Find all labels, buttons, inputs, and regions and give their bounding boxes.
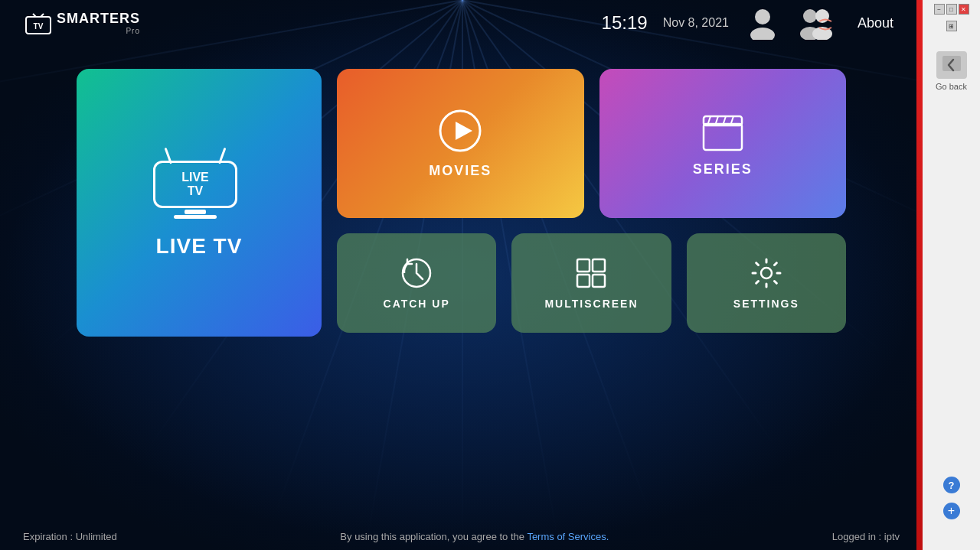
svg-point-9	[815, 9, 829, 23]
live-tv-card[interactable]: LIVE TV LIVE TV	[77, 69, 322, 337]
restore-button[interactable]: □	[946, 4, 957, 15]
settings-gear-icon	[750, 256, 783, 290]
movies-card[interactable]: MOVIES	[337, 69, 584, 218]
help-button[interactable]: ?	[943, 477, 960, 493]
go-back-button[interactable]: Go back	[929, 45, 973, 97]
settings-button[interactable]: ⊞	[946, 21, 957, 31]
movies-label: MOVIES	[429, 163, 492, 179]
live-tv-screen-line1: LIVE	[181, 171, 209, 184]
multiscreen-icon	[574, 256, 608, 290]
bottom-row: CATCH UP MULTISCREEN	[337, 233, 846, 333]
switch-icon-svg	[798, 6, 835, 40]
catch-up-label: CATCH UP	[384, 298, 450, 310]
svg-rect-21	[593, 259, 605, 272]
movies-play-icon	[437, 108, 483, 154]
svg-rect-22	[577, 275, 590, 287]
expiration-text: Expiration : Unlimited	[23, 531, 117, 542]
terms-text: By using this application, you agree to …	[340, 531, 609, 542]
series-card[interactable]: SERIES	[599, 69, 847, 218]
go-back-icon	[936, 51, 967, 79]
close-button[interactable]: ✕	[959, 4, 969, 15]
app-logo: TV SMARTERS Pro	[23, 8, 140, 38]
live-tv-label: LIVE TV	[156, 234, 243, 259]
live-tv-screen-line2: TV	[181, 184, 209, 198]
window-settings-row: ⊞	[946, 21, 957, 31]
topbar: TV SMARTERS Pro 15:19 Nov 8, 2021	[0, 0, 923, 46]
minimize-button[interactable]: −	[934, 4, 945, 15]
live-tv-icon: LIVE TV	[153, 147, 245, 216]
top-row: MOVIES SERIES	[337, 69, 846, 218]
footer: Expiration : Unlimited By using this app…	[0, 531, 923, 542]
settings-card[interactable]: SETTINGS	[687, 233, 846, 333]
svg-rect-13	[704, 124, 742, 150]
window-controls: − □ ✕	[934, 4, 969, 15]
svg-point-7	[803, 9, 817, 23]
svg-point-6	[750, 28, 775, 40]
user-profile-icon[interactable]	[744, 5, 781, 41]
right-column: MOVIES SERIES	[337, 69, 846, 333]
main-content: LIVE TV LIVE TV	[0, 54, 923, 352]
series-clapperboard-icon	[700, 110, 746, 152]
logo-smarters: SMARTERS Pro	[57, 11, 140, 35]
multiscreen-label: MULTISCREEN	[544, 298, 638, 310]
terms-link[interactable]: Terms of Services.	[527, 531, 609, 542]
svg-rect-23	[593, 275, 605, 287]
time-display: 15:19	[602, 12, 648, 34]
add-button[interactable]: +	[943, 503, 960, 519]
svg-point-5	[755, 9, 770, 24]
go-back-label: Go back	[936, 82, 967, 91]
svg-point-24	[761, 268, 772, 278]
logo-smarters-text: SMARTERS	[57, 11, 140, 27]
sidebar-right: − □ ✕ ⊞ Go back ? +	[923, 0, 980, 550]
switch-user-icon[interactable]	[796, 3, 836, 43]
topbar-right: 15:19 Nov 8, 2021	[602, 3, 900, 43]
user-icon-svg	[747, 6, 778, 40]
series-label: SERIES	[693, 161, 753, 177]
multiscreen-card[interactable]: MULTISCREEN	[511, 233, 671, 333]
catch-up-icon	[400, 256, 433, 290]
red-accent-strip	[916, 0, 923, 550]
catch-up-card[interactable]: CATCH UP	[337, 233, 496, 333]
svg-text:TV: TV	[34, 22, 44, 31]
logo-tv-icon: TV	[23, 8, 54, 38]
logged-in-text: Logged in : iptv	[832, 531, 900, 542]
app-container: TV SMARTERS Pro 15:19 Nov 8, 2021	[0, 0, 923, 550]
back-arrow-icon	[941, 54, 962, 76]
settings-label: SETTINGS	[733, 298, 799, 310]
logo-pro-text: Pro	[57, 27, 140, 35]
date-display: Nov 8, 2021	[663, 16, 729, 30]
about-button[interactable]: About	[851, 12, 900, 34]
svg-rect-20	[577, 259, 590, 272]
svg-marker-12	[456, 122, 472, 140]
